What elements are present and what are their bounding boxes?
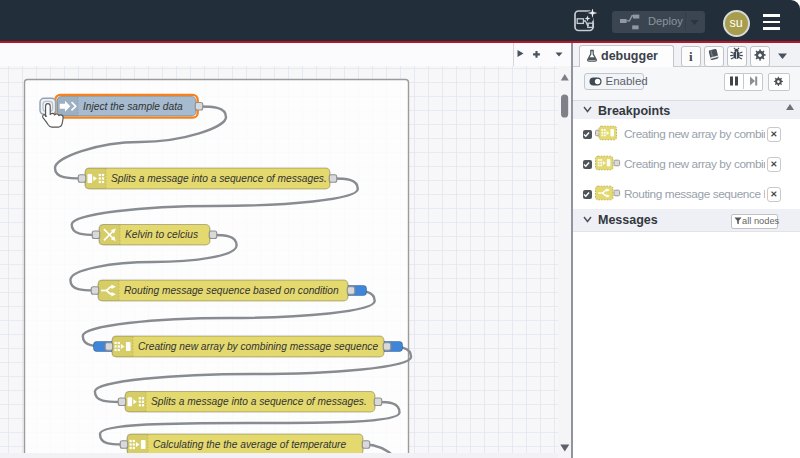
svg-text:Calculating the the average of: Calculating the the average of temperatu… <box>153 439 346 450</box>
svg-text:Inject the sample data: Inject the sample data <box>83 101 183 112</box>
svg-text:Splits a message into a sequen: Splits a message into a sequence of mess… <box>151 396 367 407</box>
svg-text:Kelvin to celcius: Kelvin to celcius <box>125 229 198 240</box>
svg-text:Creating new array by combinin: Creating new array by combining message … <box>138 341 378 352</box>
svg-text:Splits a message into a sequen: Splits a message into a sequence of mess… <box>111 173 327 184</box>
svg-text:Routing message sequence based: Routing message sequence based on condit… <box>124 285 339 296</box>
